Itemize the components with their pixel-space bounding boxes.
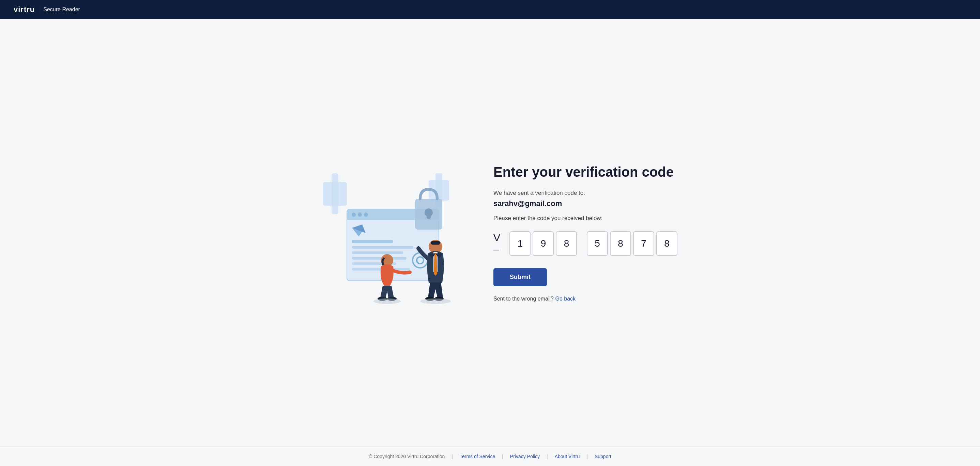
svg-point-33 xyxy=(420,298,451,304)
illustration xyxy=(302,161,466,305)
code-group-1: 1 9 8 xyxy=(509,231,577,256)
wrong-email-row: Sent to the wrong email? Go back xyxy=(493,296,678,302)
content-wrapper: Enter your verification code We have sen… xyxy=(302,161,678,305)
instruction-text: Please enter the code you received below… xyxy=(493,215,678,222)
wrong-email-text: Sent to the wrong email? xyxy=(493,296,554,302)
footer-divider-4: | xyxy=(586,454,588,459)
form-area: Enter your verification code We have sen… xyxy=(493,164,678,302)
header-divider xyxy=(39,5,39,14)
svg-rect-22 xyxy=(426,212,431,219)
email-display: sarahv@gmail.com xyxy=(493,199,678,208)
svg-rect-13 xyxy=(352,246,413,249)
code-row: V – 1 9 8 5 8 7 8 xyxy=(493,231,678,256)
footer-about-link[interactable]: About Virtru xyxy=(555,454,580,459)
svg-point-8 xyxy=(358,212,362,217)
footer-support-link[interactable]: Support xyxy=(595,454,611,459)
footer-privacy-link[interactable]: Privacy Policy xyxy=(510,454,540,459)
svg-rect-1 xyxy=(332,173,338,214)
illustration-svg xyxy=(302,161,466,305)
footer-divider-3: | xyxy=(547,454,548,459)
svg-point-7 xyxy=(352,212,356,217)
svg-rect-14 xyxy=(352,251,403,254)
svg-point-32 xyxy=(374,298,401,304)
svg-point-9 xyxy=(364,212,368,217)
go-back-link[interactable]: Go back xyxy=(555,296,576,302)
svg-rect-27 xyxy=(431,241,440,244)
svg-rect-12 xyxy=(352,240,393,243)
page-title: Enter your verification code xyxy=(493,164,678,180)
code-group-2: 5 8 7 8 xyxy=(587,231,678,256)
code-box-7[interactable]: 8 xyxy=(656,231,678,256)
subtitle-text: We have sent a verification code to: xyxy=(493,190,678,196)
logo-area: virtru Secure Reader xyxy=(14,5,80,14)
code-box-4[interactable]: 5 xyxy=(587,231,608,256)
code-box-3[interactable]: 8 xyxy=(556,231,577,256)
main-content: Enter your verification code We have sen… xyxy=(0,19,980,447)
header: virtru Secure Reader xyxy=(0,0,980,19)
header-subtitle: Secure Reader xyxy=(43,6,80,13)
submit-button[interactable]: Submit xyxy=(493,268,547,286)
svg-rect-15 xyxy=(352,257,407,260)
code-box-1[interactable]: 1 xyxy=(509,231,531,256)
footer-divider-2: | xyxy=(502,454,503,459)
code-box-6[interactable]: 7 xyxy=(633,231,654,256)
code-box-5[interactable]: 8 xyxy=(610,231,631,256)
footer-copyright: © Copyright 2020 Virtru Corporation xyxy=(369,454,445,459)
footer-terms-link[interactable]: Terms of Service xyxy=(460,454,495,459)
footer-divider-1: | xyxy=(452,454,453,459)
footer: © Copyright 2020 Virtru Corporation | Te… xyxy=(0,447,980,466)
code-prefix: V – xyxy=(493,232,505,255)
code-box-2[interactable]: 9 xyxy=(533,231,554,256)
virtru-logo: virtru xyxy=(14,5,35,14)
